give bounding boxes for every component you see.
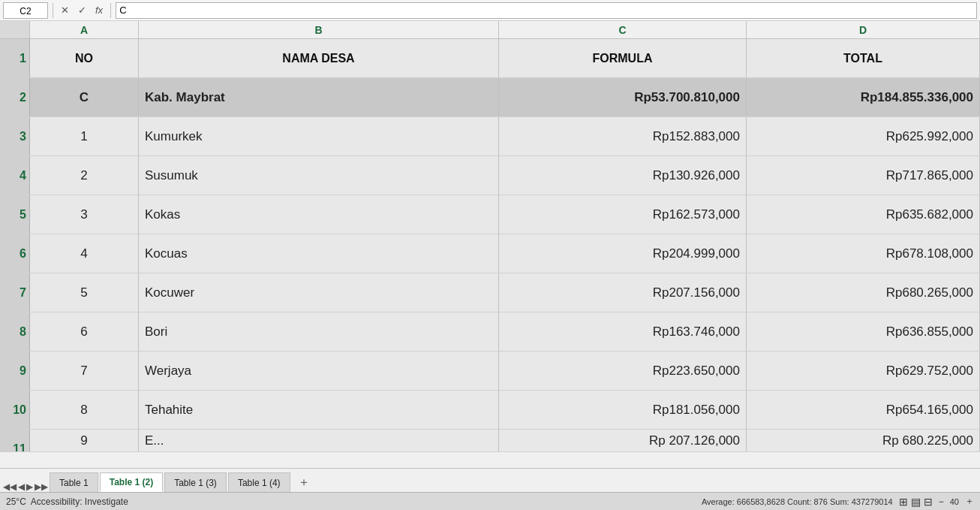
nav-next-icon[interactable]: ▶ — [26, 481, 33, 492]
sheet-nav-arrows: ◀◀ ◀ ▶ ▶▶ — [3, 481, 48, 492]
cell-8-d[interactable]: Rp636.855,000 — [747, 312, 980, 351]
cell-8-a[interactable]: 6 — [30, 312, 139, 351]
sep2 — [110, 3, 111, 18]
cell-6-c[interactable]: Rp204.999,000 — [499, 234, 747, 273]
cell-10-a[interactable]: 8 — [30, 391, 139, 429]
table-row: 7 5 Kocuwer Rp207.156,000 Rp680.265,000 — [0, 273, 980, 312]
grid-view-icon[interactable]: ⊞ — [899, 496, 908, 508]
cell-6-d[interactable]: Rp678.108,000 — [747, 234, 980, 273]
zoom-label: 40 — [950, 497, 959, 506]
cell-2-b[interactable]: Kab. Maybrat — [139, 78, 499, 116]
cell-11-d[interactable]: Rp 680.225,000 — [747, 430, 980, 451]
col-header-b[interactable]: B — [139, 21, 499, 38]
row-number: 9 — [0, 352, 30, 390]
table-row: 3 1 Kumurkek Rp152.883,000 Rp625.992,000 — [0, 117, 980, 156]
cross-icon[interactable]: ✕ — [58, 3, 72, 17]
name-box[interactable]: C2 — [3, 2, 48, 19]
table-row: 11 9 E... Rp 207.126,000 Rp 680.225,000 — [0, 430, 980, 452]
formula-input[interactable] — [116, 2, 977, 19]
cell-2-a[interactable]: C — [30, 78, 139, 116]
cell-10-c[interactable]: Rp181.056,000 — [499, 391, 747, 429]
cell-7-c[interactable]: Rp207.156,000 — [499, 273, 747, 312]
cell-9-b[interactable]: Werjaya — [139, 352, 499, 390]
formula-bar: C2 ✕ ✓ fx — [0, 0, 980, 21]
cell-11-b[interactable]: E... — [139, 430, 499, 451]
cell-1-c[interactable]: FORMULA — [499, 39, 747, 77]
cell-1-b[interactable]: NAMA DESA — [139, 39, 499, 77]
nav-prev-icon[interactable]: ◀ — [18, 481, 25, 492]
table-row: 4 2 Susumuk Rp130.926,000 Rp717.865,000 — [0, 156, 980, 195]
cell-3-a[interactable]: 1 — [30, 117, 139, 155]
row-number: 4 — [0, 156, 30, 195]
cell-3-b[interactable]: Kumurkek — [139, 117, 499, 155]
cell-11-c[interactable]: Rp 207.126,000 — [499, 430, 747, 451]
cell-5-d[interactable]: Rp635.682,000 — [747, 195, 980, 234]
row-number: 5 — [0, 195, 30, 234]
tabs-bar: ◀◀ ◀ ▶ ▶▶ Table 1 Table 1 (2) Table 1 (3… — [0, 468, 980, 492]
col-header-a[interactable]: A — [30, 21, 139, 38]
cell-2-c[interactable]: Rp53.700.810,000 — [499, 78, 747, 116]
cell-5-a[interactable]: 3 — [30, 195, 139, 234]
cell-10-d[interactable]: Rp654.165,000 — [747, 391, 980, 429]
table-row: 10 8 Tehahite Rp181.056,000 Rp654.165,00… — [0, 391, 980, 430]
corner-cell — [0, 21, 30, 38]
row-number: 1 — [0, 39, 30, 77]
col-header-d[interactable]: D — [747, 21, 980, 38]
cell-5-c[interactable]: Rp162.573,000 — [499, 195, 747, 234]
row-number: 7 — [0, 273, 30, 312]
nav-first-icon[interactable]: ◀◀ — [3, 481, 17, 492]
table-row: 8 6 Bori Rp163.746,000 Rp636.855,000 — [0, 312, 980, 352]
tab-table1-2[interactable]: Table 1 (2) — [100, 472, 163, 492]
cell-9-a[interactable]: 7 — [30, 352, 139, 390]
stats-label: Average: 666583,8628 Count: 876 Sum: 437… — [702, 497, 893, 506]
row-number: 11 — [0, 430, 30, 451]
col-header-c[interactable]: C — [499, 21, 747, 38]
zoom-minus-icon[interactable]: − — [939, 496, 944, 507]
tab-table1-4[interactable]: Table 1 (4) — [228, 472, 290, 492]
row-number: 2 — [0, 78, 30, 116]
table-row: 1 NO NAMA DESA FORMULA TOTAL — [0, 39, 980, 78]
table-row: 5 3 Kokas Rp162.573,000 Rp635.682,000 — [0, 195, 980, 234]
cell-5-b[interactable]: Kokas — [139, 195, 499, 234]
cell-6-b[interactable]: Kocuas — [139, 234, 499, 273]
table-row: 6 4 Kocuas Rp204.999,000 Rp678.108,000 — [0, 234, 980, 273]
cell-9-c[interactable]: Rp223.650,000 — [499, 352, 747, 390]
cell-7-b[interactable]: Kocuwer — [139, 273, 499, 312]
cell-3-c[interactable]: Rp152.883,000 — [499, 117, 747, 155]
table-row: 2 C Kab. Maybrat Rp53.700.810,000 Rp184.… — [0, 78, 980, 117]
row-number: 8 — [0, 312, 30, 351]
data-area: 1 NO NAMA DESA FORMULA TOTAL 2 C Kab. Ma… — [0, 39, 980, 468]
status-left: 25°C Accessibility: Investigate — [6, 496, 693, 507]
cell-4-c[interactable]: Rp130.926,000 — [499, 156, 747, 195]
cell-1-d[interactable]: TOTAL — [747, 39, 980, 77]
cell-3-d[interactable]: Rp625.992,000 — [747, 117, 980, 155]
cell-8-c[interactable]: Rp163.746,000 — [499, 312, 747, 351]
cell-7-a[interactable]: 5 — [30, 273, 139, 312]
cell-7-d[interactable]: Rp680.265,000 — [747, 273, 980, 312]
cell-4-a[interactable]: 2 — [30, 156, 139, 195]
sep1 — [53, 3, 53, 18]
cell-4-b[interactable]: Susumuk — [139, 156, 499, 195]
cell-9-d[interactable]: Rp629.752,000 — [747, 352, 980, 390]
check-icon[interactable]: ✓ — [75, 3, 89, 17]
cell-2-d[interactable]: Rp184.855.336,000 — [747, 78, 980, 116]
nav-last-icon[interactable]: ▶▶ — [35, 481, 48, 492]
add-sheet-button[interactable]: ＋ — [292, 472, 316, 492]
cell-10-b[interactable]: Tehahite — [139, 391, 499, 429]
row-number: 6 — [0, 234, 30, 273]
cell-11-a[interactable]: 9 — [30, 430, 139, 451]
cell-6-a[interactable]: 4 — [30, 234, 139, 273]
row-number: 3 — [0, 117, 30, 155]
fx-label: fx — [92, 3, 106, 17]
cell-1-a[interactable]: NO — [30, 39, 139, 77]
table-row: 9 7 Werjaya Rp223.650,000 Rp629.752,000 — [0, 352, 980, 391]
zoom-plus-icon[interactable]: ＋ — [965, 495, 974, 508]
tab-table1[interactable]: Table 1 — [50, 472, 98, 492]
page-break-view-icon[interactable]: ⊟ — [924, 496, 933, 508]
status-bar: 25°C Accessibility: Investigate Average:… — [0, 492, 980, 510]
tab-table1-3[interactable]: Table 1 (3) — [164, 472, 227, 492]
page-view-icon[interactable]: ▤ — [911, 496, 921, 508]
cell-8-b[interactable]: Bori — [139, 312, 499, 351]
cell-4-d[interactable]: Rp717.865,000 — [747, 156, 980, 195]
row-number: 10 — [0, 391, 30, 429]
